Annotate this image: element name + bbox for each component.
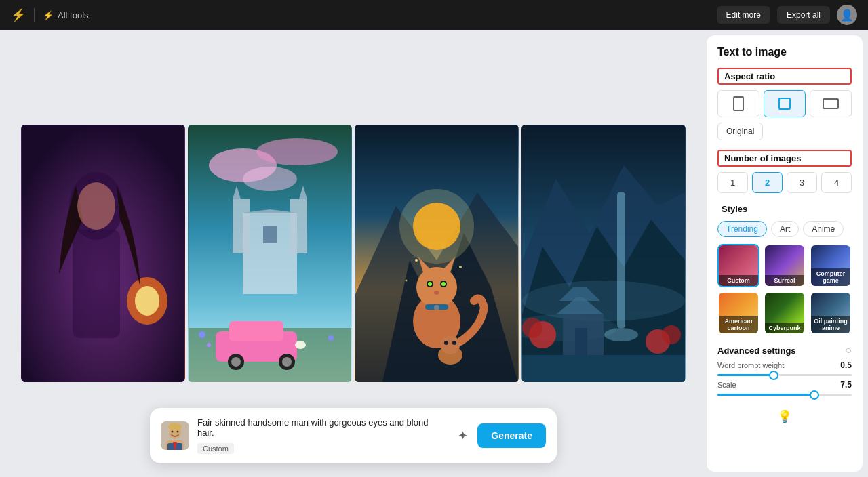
export-all-button[interactable]: Export all [777, 6, 830, 24]
styles-grid: Custom Surreal Computer game American ca… [717, 244, 852, 335]
aspect-square-button[interactable] [764, 90, 806, 117]
svg-point-2 [135, 286, 159, 316]
style-name-cyberpunk: Cyberpunk [765, 323, 804, 333]
svg-rect-4 [73, 230, 120, 338]
panel-title: Text to image [717, 46, 852, 58]
aspect-landscape-button[interactable] [810, 90, 852, 117]
prompt-tag[interactable]: Custom [197, 443, 234, 454]
svg-point-44 [434, 291, 439, 295]
svg-rect-12 [290, 199, 307, 253]
style-tab-anime[interactable]: Anime [803, 221, 844, 237]
style-tab-art[interactable]: Art [771, 221, 799, 237]
scale-value: 7.5 [840, 380, 852, 390]
svg-point-24 [295, 341, 306, 349]
svg-point-50 [452, 341, 456, 345]
aspect-ratio-section: Aspect ratio Original [717, 68, 852, 140]
svg-rect-61 [575, 328, 587, 355]
topbar-title: ⚡ All tools [43, 10, 89, 20]
image-cell-2[interactable] [188, 125, 352, 382]
style-tab-trending[interactable]: Trending [717, 221, 767, 237]
original-button[interactable]: Original [717, 123, 763, 140]
svg-point-65 [662, 325, 681, 344]
image-cell-3[interactable] [355, 125, 519, 382]
svg-point-32 [399, 189, 474, 264]
right-panel: Text to image Aspect ratio Original Numb… [707, 35, 863, 472]
style-card-custom[interactable]: Custom [717, 244, 760, 287]
styles-section: Styles Trending Art Anime Custom Surreal… [717, 203, 852, 335]
svg-point-37 [416, 267, 457, 308]
svg-point-27 [207, 343, 211, 347]
svg-point-5 [77, 182, 115, 230]
svg-rect-66 [522, 355, 685, 382]
portrait-icon [733, 96, 744, 111]
style-card-surreal[interactable]: Surreal [764, 244, 806, 287]
svg-point-9 [243, 167, 297, 191]
scale-section: Scale 7.5 [717, 380, 852, 396]
style-card-cyberpunk[interactable]: Cyberpunk [764, 291, 806, 335]
scale-thumb[interactable] [810, 390, 819, 400]
svg-point-46 [434, 305, 439, 310]
advanced-settings-header: Advanced settings ○ [717, 344, 852, 356]
scale-fill [717, 394, 814, 396]
word-prompt-weight-label: Word prompt weight 0.5 [717, 360, 852, 370]
style-name-american-cartoon: American cartoon [719, 316, 758, 333]
word-prompt-weight-section: Word prompt weight 0.5 [717, 360, 852, 376]
svg-rect-19 [229, 321, 283, 341]
image-area: Fair skinned handsome man with gorgeous … [0, 30, 707, 477]
num-1-button[interactable]: 1 [717, 172, 748, 193]
num-3-button[interactable]: 3 [787, 172, 817, 193]
svg-point-63 [522, 318, 542, 338]
scale-label: Scale 7.5 [717, 380, 852, 390]
word-prompt-weight-slider[interactable] [717, 374, 852, 376]
svg-rect-11 [233, 199, 250, 253]
style-name-computer-game: Computer game [811, 268, 850, 286]
style-card-oil-painting-anime[interactable]: Oil painting anime [810, 291, 852, 335]
number-of-images-label: Number of images [717, 150, 852, 167]
topbar: ⚡ ⚡ All tools Edit more Export all 👤 [0, 0, 868, 30]
style-name-surreal: Surreal [765, 275, 804, 286]
style-tabs: Trending Art Anime [717, 221, 852, 237]
svg-point-26 [328, 335, 334, 341]
svg-point-25 [199, 331, 205, 338]
aspect-portrait-button[interactable] [717, 90, 760, 117]
svg-point-73 [177, 431, 179, 433]
image-cell-4[interactable] [521, 125, 686, 382]
svg-point-8 [256, 138, 338, 165]
edit-more-button[interactable]: Edit more [717, 6, 770, 24]
svg-rect-16 [263, 226, 277, 243]
num-images-options: 1 2 3 4 [717, 172, 852, 193]
user-avatar[interactable]: 👤 [837, 5, 857, 25]
style-card-american-cartoon[interactable]: American cartoon [717, 291, 760, 335]
app-logo-icon: ⚡ [11, 7, 26, 22]
svg-point-35 [406, 280, 408, 282]
svg-point-74 [168, 423, 182, 431]
advanced-toggle-icon[interactable]: ○ [845, 344, 852, 356]
magic-button[interactable]: ✦ [455, 426, 471, 446]
num-2-button[interactable]: 2 [752, 172, 783, 193]
word-prompt-weight-thumb[interactable] [769, 371, 778, 380]
advanced-settings-section: Advanced settings ○ Word prompt weight 0… [717, 344, 852, 397]
svg-point-49 [444, 341, 448, 345]
word-prompt-weight-fill [717, 374, 774, 376]
square-icon [778, 98, 791, 110]
aspect-ratio-options [717, 90, 852, 117]
svg-point-42 [428, 282, 432, 286]
svg-point-48 [441, 335, 460, 354]
svg-point-72 [172, 431, 174, 433]
landscape-icon [823, 98, 839, 109]
number-of-images-section: Number of images 1 2 3 4 [717, 150, 852, 193]
svg-point-57 [604, 328, 638, 341]
style-card-computer-game[interactable]: Computer game [810, 244, 852, 287]
image-cell-1[interactable] [21, 125, 185, 382]
scale-slider[interactable] [717, 394, 852, 396]
aspect-ratio-label: Aspect ratio [717, 68, 852, 85]
topbar-lightning-icon: ⚡ [43, 10, 54, 20]
prompt-bar: Fair skinned handsome man with gorgeous … [150, 408, 557, 463]
num-4-button[interactable]: 4 [821, 172, 852, 193]
word-prompt-weight-value: 0.5 [840, 360, 852, 370]
prompt-content: Fair skinned handsome man with gorgeous … [197, 417, 447, 454]
generate-button[interactable]: Generate [477, 423, 546, 448]
styles-label: Styles [717, 203, 852, 215]
bottom-icon: 💡 [717, 409, 852, 424]
svg-rect-10 [243, 213, 297, 294]
